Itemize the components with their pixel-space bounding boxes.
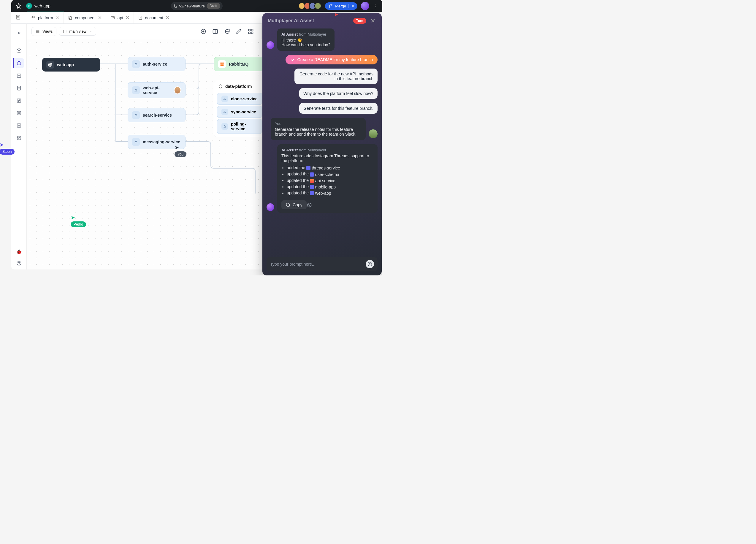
square-icon	[63, 29, 67, 34]
branch-selector[interactable]: v2/new-feature Draft	[171, 2, 223, 10]
node-polling-service[interactable]: polling-service	[217, 119, 262, 134]
node-label: clone-service	[231, 96, 258, 101]
sidebar-item-edit[interactable]	[14, 96, 24, 106]
chip-icon	[310, 191, 314, 195]
assist-close-icon[interactable]: ✕	[369, 17, 376, 24]
sidebar-item-cloud[interactable]	[14, 133, 24, 143]
node-web-api-service[interactable]: web-api-service	[128, 82, 186, 98]
svg-marker-53	[224, 98, 226, 100]
ai-message: AI Assist from Multiplayer Hi there 👋 Ho…	[267, 28, 378, 51]
send-button[interactable]	[366, 260, 374, 268]
sidebar-item-cube[interactable]	[14, 46, 24, 56]
suggestion[interactable]: Why does the platform feel slow now?	[299, 88, 378, 99]
chip-label: mobile-app	[315, 185, 336, 189]
collaborator-avatars[interactable]	[300, 2, 321, 9]
app-name-label: web-app	[34, 4, 50, 8]
svg-point-2	[329, 7, 330, 8]
panel-button[interactable]	[210, 26, 220, 37]
suggestion-text: Create a README for my feature branch	[297, 57, 373, 62]
sidebar-item-add[interactable]	[14, 71, 24, 81]
suggestion-completed[interactable]: Create a README for my feature branch	[286, 55, 378, 64]
svg-marker-47	[135, 114, 137, 116]
hexagon-icon	[16, 61, 22, 66]
svg-marker-29	[17, 61, 21, 65]
node-label: sync-service	[231, 110, 256, 114]
sidebar-expand[interactable]	[14, 28, 24, 38]
edit-button[interactable]	[234, 26, 244, 37]
node-web-app[interactable]: web-app	[42, 58, 100, 72]
close-icon[interactable]: ✕	[166, 15, 169, 20]
main-view-button[interactable]: main view	[59, 27, 96, 36]
node-sync-service[interactable]: sync-service	[217, 106, 262, 118]
rabbitmq-icon	[218, 60, 226, 68]
sidebar-item-hexagon[interactable]	[13, 58, 24, 68]
chevron-down-icon	[89, 30, 92, 33]
node-clone-service[interactable]: clone-service	[217, 93, 262, 105]
close-icon[interactable]: ✕	[98, 15, 102, 20]
service-icon	[132, 111, 140, 119]
suggestion[interactable]: Generate tests for this feature branch.	[299, 103, 378, 114]
tab-document[interactable]: document ✕	[134, 12, 174, 23]
canvas-toolbar: Views main view	[27, 24, 261, 39]
file-icon[interactable]	[15, 15, 21, 21]
draft-badge: Draft	[207, 3, 220, 9]
apps-button[interactable]	[246, 26, 256, 37]
views-button[interactable]: Views	[31, 27, 56, 36]
comment-button[interactable]	[222, 26, 232, 37]
message-line: How can I help you today?	[281, 42, 330, 47]
svg-rect-51	[221, 64, 224, 66]
svg-rect-16	[64, 30, 66, 33]
node-messaging-service[interactable]: messaging-service	[128, 135, 186, 149]
service-icon	[132, 138, 140, 146]
node-label: web-app	[57, 62, 74, 67]
svg-marker-52	[219, 85, 222, 88]
node-rabbitmq[interactable]: RabbitMQ	[214, 57, 267, 71]
cursor-icon: ➤	[0, 142, 4, 148]
merge-button[interactable]: Merge ✕	[325, 2, 357, 10]
node-group-data-platform[interactable]: data-platform clone-service sync-service…	[214, 81, 266, 137]
chip-icon	[310, 179, 314, 183]
close-icon[interactable]: ✕	[56, 15, 59, 21]
list-icon	[35, 29, 40, 34]
node-label: RabbitMQ	[229, 62, 248, 66]
add-button[interactable]	[198, 26, 208, 37]
list-item: added the threads-service	[287, 165, 373, 170]
help-button[interactable]	[14, 258, 24, 268]
doc-icon	[16, 85, 22, 91]
tab-api[interactable]: api ✕	[106, 12, 134, 23]
from-name: AI Assist	[281, 148, 298, 152]
node-label: web-api-service	[143, 85, 171, 95]
bug-icon[interactable]: 🐞	[16, 249, 22, 255]
app-name[interactable]: web-app	[26, 3, 50, 9]
tab-component[interactable]: component ✕	[64, 12, 106, 23]
tab-label: document	[145, 15, 163, 20]
tab-platform[interactable]: platform ✕	[27, 12, 64, 23]
prompt-input-container	[267, 257, 378, 271]
prompt-input[interactable]	[270, 262, 366, 267]
svg-point-22	[226, 31, 226, 32]
service-icon	[221, 96, 228, 102]
node-search-service[interactable]: search-service	[128, 108, 186, 122]
suggestion[interactable]: Generate code for the new API methods in…	[294, 69, 378, 84]
svg-rect-49	[221, 63, 222, 64]
sidebar-item-doc[interactable]	[14, 83, 24, 93]
help-icon[interactable]	[307, 202, 312, 209]
service-icon	[132, 60, 140, 68]
merge-close-icon[interactable]: ✕	[348, 4, 354, 8]
svg-point-23	[227, 31, 227, 32]
svg-marker-48	[135, 140, 137, 143]
node-auth-service[interactable]: auth-service	[128, 57, 186, 71]
merge-icon	[329, 4, 333, 8]
user-avatar[interactable]	[361, 2, 369, 10]
sidebar-item-settings[interactable]	[14, 120, 24, 131]
component-icon	[68, 15, 73, 20]
close-icon[interactable]: ✕	[126, 15, 129, 20]
chip-label: user-schema	[315, 172, 339, 177]
app-logo-icon[interactable]	[15, 2, 23, 10]
branch-icon	[173, 4, 177, 8]
service-icon	[132, 86, 140, 94]
copy-button[interactable]: Copy	[281, 200, 307, 209]
ai-message: AI Assist from Multiplayer This feature …	[267, 144, 378, 213]
sidebar-item-code[interactable]	[14, 108, 24, 118]
more-menu-icon[interactable]: ⋮	[373, 3, 379, 9]
